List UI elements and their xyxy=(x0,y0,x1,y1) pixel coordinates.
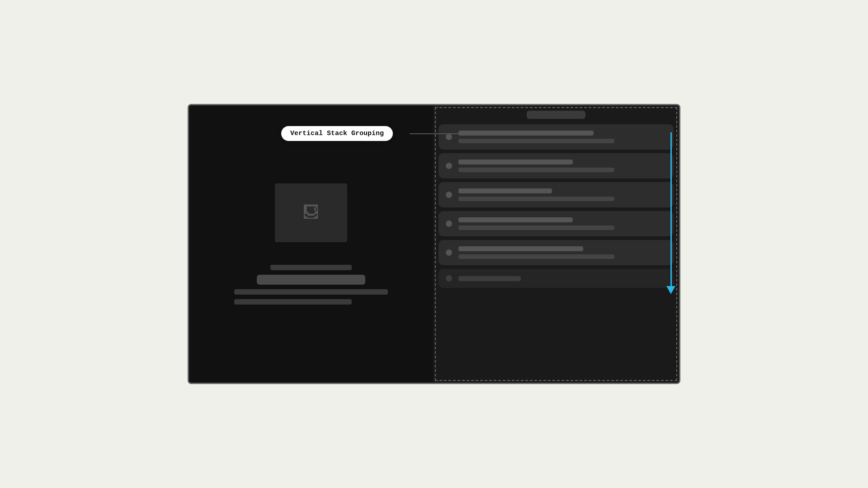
left-bar-2 xyxy=(257,275,365,285)
item-text xyxy=(458,217,666,230)
list-dot xyxy=(446,249,452,256)
tooltip-label: Vertical Stack Grouping xyxy=(281,126,393,141)
image-icon: ⛾ xyxy=(303,203,319,223)
left-bar-1 xyxy=(270,265,352,270)
item-text xyxy=(458,246,666,259)
list-dot xyxy=(446,134,452,140)
item-bar-bottom xyxy=(458,197,614,201)
list-item xyxy=(439,211,674,236)
list-dot xyxy=(446,221,452,227)
tooltip-connector-dot xyxy=(516,131,520,136)
item-bar-top xyxy=(458,160,573,164)
item-bar-bottom xyxy=(458,139,614,143)
left-bars xyxy=(234,265,388,305)
item-text xyxy=(458,160,666,172)
list-dot xyxy=(446,192,452,198)
list-item xyxy=(439,124,674,150)
item-bar-bottom xyxy=(458,254,614,259)
item-bar-bottom xyxy=(458,168,614,172)
item-bar-bottom xyxy=(458,225,614,230)
item-text xyxy=(458,276,666,281)
list-item xyxy=(439,153,674,178)
item-bar-top xyxy=(458,188,552,193)
item-bar-top xyxy=(458,217,573,222)
list-item xyxy=(439,269,674,288)
tooltip-connector-line xyxy=(410,133,518,134)
list-item xyxy=(439,182,674,207)
image-placeholder: ⛾ xyxy=(275,183,347,242)
left-panel: ⛾ xyxy=(189,105,433,383)
list-item xyxy=(439,240,674,265)
item-text xyxy=(458,131,666,143)
right-top-bar xyxy=(527,111,585,119)
list-dot xyxy=(446,275,452,282)
list-dot xyxy=(446,163,452,169)
item-bar-top xyxy=(458,246,583,251)
right-panel xyxy=(433,105,679,383)
left-bar-4 xyxy=(234,299,352,305)
main-frame: ⛾ xyxy=(188,104,680,384)
item-text xyxy=(458,188,666,201)
item-bar-top xyxy=(458,276,521,281)
left-bar-3 xyxy=(234,289,388,295)
